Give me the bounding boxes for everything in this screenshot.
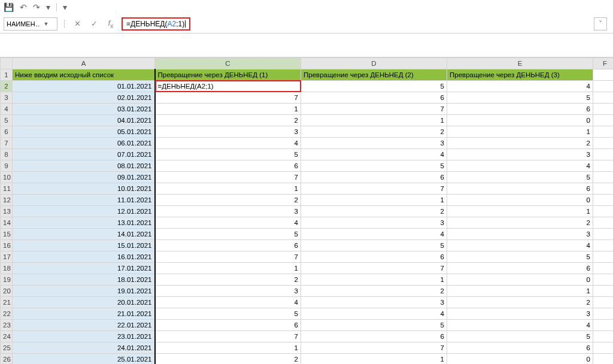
cell[interactable] — [593, 286, 614, 297]
cell[interactable]: 4 — [301, 308, 447, 320]
name-box-input[interactable] — [4, 18, 41, 30]
cell[interactable]: 2 — [301, 206, 447, 217]
cell[interactable]: 7 — [301, 342, 447, 354]
cell[interactable] — [593, 195, 614, 206]
col-header-D[interactable]: D — [301, 58, 447, 69]
cell-colA[interactable]: 15.01.2021 — [13, 240, 155, 251]
active-cell-editing[interactable]: =ДЕНЬНЕД(A2;1) — [155, 81, 301, 92]
cell-colA[interactable]: 17.01.2021 — [13, 263, 155, 274]
cell[interactable]: 2 — [155, 195, 301, 206]
cell[interactable]: 5 — [301, 81, 447, 92]
row-header[interactable]: 14 — [1, 217, 13, 229]
cell[interactable]: 1 — [447, 286, 593, 297]
cell[interactable]: 6 — [447, 263, 593, 274]
cell[interactable]: 5 — [301, 240, 447, 251]
cell[interactable] — [593, 217, 614, 229]
select-all-corner[interactable] — [1, 58, 13, 69]
cell[interactable]: 7 — [155, 331, 301, 342]
cell[interactable] — [593, 138, 614, 149]
cell[interactable] — [593, 172, 614, 183]
row-header[interactable]: 23 — [1, 320, 13, 331]
fx-icon[interactable]: fx — [105, 19, 117, 29]
cell[interactable]: 1 — [301, 354, 447, 365]
cell[interactable]: 6 — [155, 160, 301, 172]
cell[interactable] — [593, 251, 614, 263]
cell[interactable]: 6 — [301, 251, 447, 263]
cell-colA[interactable]: 13.01.2021 — [13, 217, 155, 229]
cell[interactable]: 2 — [301, 126, 447, 138]
cell[interactable]: 5 — [301, 160, 447, 172]
cell[interactable] — [593, 240, 614, 251]
cell-colA[interactable]: 11.01.2021 — [13, 195, 155, 206]
cell-colA[interactable]: 03.01.2021 — [13, 104, 155, 115]
cell[interactable] — [593, 308, 614, 320]
cell-colA[interactable]: 04.01.2021 — [13, 115, 155, 126]
cell[interactable] — [593, 229, 614, 240]
cell[interactable]: 7 — [155, 92, 301, 104]
cell[interactable]: 4 — [447, 160, 593, 172]
cell[interactable]: 6 — [301, 172, 447, 183]
cell[interactable]: 2 — [155, 115, 301, 126]
cell[interactable]: 1 — [155, 342, 301, 354]
cell[interactable]: 4 — [447, 320, 593, 331]
cell[interactable]: 2 — [155, 354, 301, 365]
row-header[interactable]: 18 — [1, 263, 13, 274]
cell[interactable]: 5 — [301, 320, 447, 331]
row-header[interactable]: 11 — [1, 183, 13, 195]
cell[interactable]: 7 — [155, 172, 301, 183]
cell[interactable] — [593, 115, 614, 126]
cell[interactable]: 1 — [301, 195, 447, 206]
formula-input-wrap[interactable]: =ДЕНЬНЕД(A2;1) — [122, 17, 589, 31]
cell[interactable]: 5 — [447, 172, 593, 183]
cell[interactable]: 6 — [301, 331, 447, 342]
cell[interactable] — [593, 92, 614, 104]
row-header[interactable]: 16 — [1, 240, 13, 251]
cancel-formula-icon[interactable]: ✕ — [71, 19, 83, 28]
row-header[interactable]: 3 — [1, 92, 13, 104]
cell-colA[interactable]: 23.01.2021 — [13, 331, 155, 342]
cell[interactable]: 3 — [447, 229, 593, 240]
redo-icon[interactable]: ↷ — [33, 2, 40, 12]
cell[interactable] — [593, 160, 614, 172]
cell[interactable]: 3 — [155, 206, 301, 217]
cell[interactable]: 7 — [301, 263, 447, 274]
cell[interactable]: 4 — [301, 229, 447, 240]
row-header[interactable]: 4 — [1, 104, 13, 115]
cell[interactable]: 4 — [155, 217, 301, 229]
cell[interactable] — [593, 69, 614, 81]
cell[interactable] — [593, 126, 614, 138]
cell[interactable]: 5 — [447, 331, 593, 342]
col-header-F[interactable]: F — [593, 58, 614, 69]
row-header[interactable]: 24 — [1, 331, 13, 342]
cell[interactable]: 5 — [155, 229, 301, 240]
cell[interactable]: 3 — [155, 126, 301, 138]
cell-colA[interactable]: 01.01.2021 — [13, 81, 155, 92]
row-header[interactable]: 26 — [1, 354, 13, 365]
formula-input[interactable]: =ДЕНЬНЕД(A2;1) — [122, 17, 190, 31]
row-header[interactable]: 12 — [1, 195, 13, 206]
cell[interactable] — [593, 183, 614, 195]
formula-bar-expand-icon[interactable]: ˅ — [594, 17, 607, 31]
row-header[interactable]: 21 — [1, 297, 13, 308]
cell[interactable]: 6 — [447, 104, 593, 115]
cell[interactable]: 3 — [447, 308, 593, 320]
cell[interactable] — [593, 331, 614, 342]
cell[interactable]: 6 — [447, 342, 593, 354]
header-cell[interactable]: Превращение через ДЕНЬНЕД (2) — [301, 69, 447, 81]
cell[interactable]: 4 — [447, 240, 593, 251]
cell-colA[interactable]: 20.01.2021 — [13, 297, 155, 308]
cell[interactable]: 5 — [155, 308, 301, 320]
col-header-E[interactable]: E — [447, 58, 593, 69]
row-header[interactable]: 13 — [1, 206, 13, 217]
col-header-C[interactable]: C — [155, 58, 301, 69]
cell[interactable]: 4 — [155, 297, 301, 308]
cell-colA[interactable]: 18.01.2021 — [13, 274, 155, 286]
cell-colA[interactable]: 06.01.2021 — [13, 138, 155, 149]
cell[interactable]: 1 — [155, 263, 301, 274]
cell-colA[interactable]: 14.01.2021 — [13, 229, 155, 240]
row-header[interactable]: 10 — [1, 172, 13, 183]
cell[interactable]: 7 — [155, 251, 301, 263]
cell-colA[interactable]: 05.01.2021 — [13, 126, 155, 138]
cell-colA[interactable]: 10.01.2021 — [13, 183, 155, 195]
cell-colA[interactable]: 24.01.2021 — [13, 342, 155, 354]
